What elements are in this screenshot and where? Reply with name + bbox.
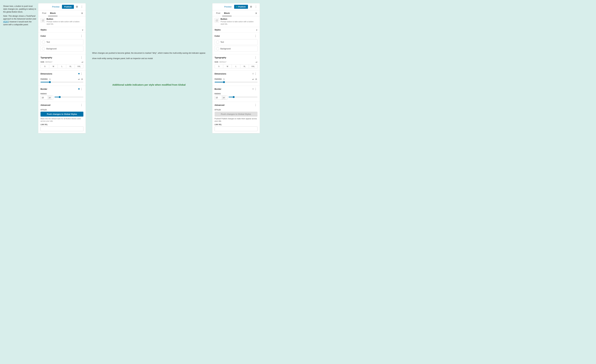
color-section-header-right[interactable]: Color ⋮ xyxy=(212,33,260,39)
push-btn-left[interactable]: Push changes to Global Styles xyxy=(40,112,83,117)
radius-input-left[interactable] xyxy=(41,96,48,100)
issue-link[interactable]: 45287 xyxy=(3,21,8,23)
color-section-header-left[interactable]: Color ⋮ xyxy=(38,33,86,39)
size-s-right[interactable]: S xyxy=(215,65,223,68)
text-swatch-left xyxy=(42,40,45,44)
typography-section-header-right[interactable]: Typography ⋮ xyxy=(212,54,260,61)
middle-desc-container: When changes are pushed to become global… xyxy=(89,50,209,64)
dimensions-more-left[interactable]: ⋮ xyxy=(80,72,83,76)
bg-swatch-right xyxy=(216,47,219,50)
tab-post-left[interactable]: Post xyxy=(40,10,48,16)
tab-block-left[interactable]: Block xyxy=(48,10,58,16)
panel-right-header: Preview Publish ⚙ ⋮ xyxy=(212,3,260,10)
gear-button-left[interactable]: ⚙ xyxy=(75,5,79,9)
block-info-left: ⬜ Button Prompt visitors to take action … xyxy=(38,16,86,27)
padding-label-left: PADDING xyxy=(40,78,48,80)
color-rows-right: Text Background xyxy=(212,39,260,54)
tab-block-right[interactable]: Block xyxy=(222,10,231,16)
middle-area: When changes are pushed to become global… xyxy=(86,3,212,134)
preview-button-left[interactable]: Preview xyxy=(51,5,61,8)
bg-label-right: Background xyxy=(221,48,231,50)
radius-thumb-left[interactable] xyxy=(59,96,61,98)
color-row-background-right[interactable]: Background xyxy=(215,46,258,52)
gear-button-right[interactable]: ⚙ xyxy=(249,5,253,9)
push-helper-left: Make this the default style for all Butt… xyxy=(40,118,83,122)
link-rel-input-right[interactable] xyxy=(215,126,258,131)
styles-title-right: Styles xyxy=(215,29,256,31)
text-swatch-right xyxy=(216,40,219,44)
radius-unit-right[interactable]: px xyxy=(222,96,226,100)
advanced-more-right[interactable]: ⋮ xyxy=(254,103,258,107)
border-dot-right xyxy=(253,88,254,89)
advanced-title-left: Advanced xyxy=(40,104,80,106)
padding-value-right: 1 xyxy=(224,78,225,80)
size-xl-left[interactable]: XL xyxy=(66,65,75,68)
size-xxl-left[interactable]: XXL xyxy=(75,65,83,68)
size-filter-btn-left[interactable]: ⇌ xyxy=(82,61,83,63)
dimensions-dot-right xyxy=(253,73,254,74)
radius-track-left xyxy=(54,97,83,97)
middle-annotation: Additional subtle indicators per style w… xyxy=(112,83,186,87)
middle-desc-text1: When changes are pushed to become global… xyxy=(92,52,206,54)
advanced-section-right: Advanced ⋮ STYLES Push changes to Global… xyxy=(212,102,260,133)
padding-ctrl2-left[interactable]: ⟳ xyxy=(81,78,83,81)
color-more-right[interactable]: ⋮ xyxy=(254,34,258,38)
size-label-row-right: SIZE DEFAULT ⇌ xyxy=(215,61,258,63)
size-filter-btn-right[interactable]: ⇌ xyxy=(256,61,258,63)
slider-thumb-left[interactable] xyxy=(49,81,51,83)
typography-more-right[interactable]: ⋮ xyxy=(254,56,258,59)
block-icon-left: ⬜ xyxy=(40,18,45,22)
border-more-right[interactable]: ⋮ xyxy=(254,87,258,91)
styles-section-header-right[interactable]: Styles ∨ xyxy=(212,27,260,33)
size-s-left[interactable]: S xyxy=(41,65,49,68)
typography-section-header-left[interactable]: Typography ⋮ xyxy=(38,54,86,61)
padding-slider-left[interactable] xyxy=(40,82,83,82)
padding-ctrl1-right[interactable]: ⇌ xyxy=(252,78,254,81)
padding-ctrl1-left[interactable]: ⇌ xyxy=(78,78,80,81)
size-l-left[interactable]: L xyxy=(58,65,67,68)
border-header-left: Border ⋮ xyxy=(40,86,83,92)
block-icon-right: ⬜ xyxy=(215,18,219,22)
padding-ctrl2-right[interactable]: ⟳ xyxy=(255,78,258,81)
publish-button-left[interactable]: Publish xyxy=(62,5,74,9)
radius-thumb-right[interactable] xyxy=(233,96,235,98)
radius-input-group-left: px xyxy=(40,96,53,100)
border-more-left[interactable]: ⋮ xyxy=(80,87,83,91)
dimensions-more-right[interactable]: ⋮ xyxy=(254,72,258,76)
advanced-more-left[interactable]: ⋮ xyxy=(80,103,83,107)
radius-unit-left[interactable]: px xyxy=(48,96,52,100)
color-row-background-left[interactable]: Background xyxy=(40,46,83,52)
typography-section-left: Typography ⋮ SIZE DEFAULT ⇌ S M L XL XXL xyxy=(38,54,86,71)
block-name-right: Button xyxy=(221,18,258,20)
size-m-right[interactable]: M xyxy=(223,65,232,68)
size-m-left[interactable]: M xyxy=(49,65,58,68)
tab-close-right[interactable]: ✕ xyxy=(254,11,258,15)
link-rel-input-left[interactable] xyxy=(40,126,83,131)
radius-slider-right[interactable] xyxy=(229,97,258,99)
color-more-left[interactable]: ⋮ xyxy=(80,34,83,38)
publish-button-right[interactable]: Publish xyxy=(234,5,248,9)
size-xl-right[interactable]: XL xyxy=(240,65,249,68)
padding-label-right: PADDING xyxy=(215,78,223,80)
right-description-box xyxy=(260,3,295,134)
color-row-text-right[interactable]: Text xyxy=(215,39,258,45)
tab-post-right[interactable]: Post xyxy=(214,10,222,16)
color-section-left: Color ⋮ Text Background xyxy=(38,33,86,54)
push-btn-right[interactable]: Push changes to Global Styles xyxy=(215,112,258,117)
color-row-text-left[interactable]: Text xyxy=(40,39,83,45)
typography-more-left[interactable]: ⋮ xyxy=(80,56,83,59)
styles-section-header-left[interactable]: Styles ∨ xyxy=(38,27,86,33)
preview-button-right[interactable]: Preview xyxy=(223,5,233,8)
radius-slider-left[interactable] xyxy=(54,97,83,99)
size-xxl-right[interactable]: XXL xyxy=(249,65,257,68)
size-label-left: SIZE xyxy=(40,61,44,63)
size-l-right[interactable]: L xyxy=(232,65,240,68)
padding-slider-right[interactable] xyxy=(215,82,258,82)
middle-desc-text2: show multi entity saving changes panel, … xyxy=(92,57,206,60)
slider-thumb-right[interactable] xyxy=(223,81,225,83)
tab-close-left[interactable]: ✕ xyxy=(80,11,84,15)
radius-input-right[interactable] xyxy=(215,96,222,100)
main-container: Shown here, a button to push local style… xyxy=(3,3,593,134)
more-button-right[interactable]: ⋮ xyxy=(254,5,258,9)
more-button-left[interactable]: ⋮ xyxy=(80,5,84,9)
